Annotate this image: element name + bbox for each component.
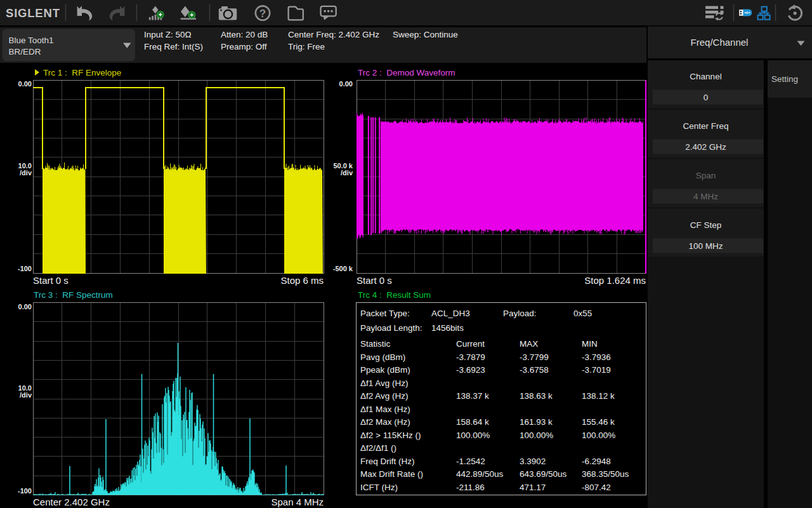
svg-text:138.12 k: 138.12 k (582, 391, 615, 401)
svg-text:158.64 k: 158.64 k (456, 417, 489, 427)
svg-text:100.00%: 100.00% (520, 431, 553, 440)
svg-text:Δf2 > 115KHz (): Δf2 > 115KHz () (360, 431, 421, 440)
svg-text:Atten: 20 dB: Atten: 20 dB (221, 30, 268, 39)
svg-text:Stop 6 ms: Stop 6 ms (280, 275, 324, 286)
svg-text:Span: Span (696, 171, 716, 180)
svg-text:100 MHz: 100 MHz (688, 241, 723, 251)
svg-text:138.37 k: 138.37 k (456, 391, 489, 401)
svg-text:/div: /div (20, 169, 32, 177)
svg-text:Statistic: Statistic (360, 339, 391, 349)
svg-text:-1.2542: -1.2542 (456, 457, 485, 466)
svg-text:-807.42: -807.42 (582, 483, 611, 492)
svg-text:-6.2948: -6.2948 (582, 457, 611, 466)
svg-text:Ppeak (dBm): Ppeak (dBm) (360, 365, 410, 375)
svg-text:Δf1 Max (Hz): Δf1 Max (Hz) (360, 404, 410, 414)
svg-text:138.63 k: 138.63 k (520, 391, 553, 401)
svg-text:161.93 k: 161.93 k (520, 417, 553, 427)
svg-text:Span 4 MHz: Span 4 MHz (271, 497, 324, 507)
svg-text:Start 0 s: Start 0 s (357, 275, 392, 286)
svg-text:Freq Drift (Hz): Freq Drift (Hz) (360, 457, 415, 466)
svg-text:Input Z: 50Ω: Input Z: 50Ω (144, 30, 192, 39)
svg-text:Center 2.402 GHz: Center 2.402 GHz (33, 497, 110, 507)
svg-text:Pavg (dBm): Pavg (dBm) (360, 352, 405, 362)
svg-text:Payload:: Payload: (503, 309, 537, 318)
svg-text:Trc 1 : RF Envelope: Trc 1 : RF Envelope (43, 68, 121, 77)
svg-text:Center Freq: 2.402 GHz: Center Freq: 2.402 GHz (288, 30, 379, 39)
svg-text:-3.7799: -3.7799 (520, 352, 549, 362)
svg-text:Δf2 Avg (Hz): Δf2 Avg (Hz) (360, 391, 409, 401)
svg-text:442.89/50us: 442.89/50us (456, 469, 504, 479)
svg-text:Channel: Channel (690, 72, 721, 81)
svg-text:0.00: 0.00 (18, 303, 32, 311)
svg-text:-500 k: -500 k (333, 265, 353, 272)
svg-text:Packet Type:: Packet Type: (360, 309, 410, 318)
svg-text:2.402 GHz: 2.402 GHz (685, 142, 726, 152)
svg-text:Δf2 Max (Hz): Δf2 Max (Hz) (360, 417, 410, 427)
svg-text:100.00%: 100.00% (456, 431, 490, 440)
svg-text:Payload Length:: Payload Length: (360, 323, 422, 333)
svg-text:/div: /div (341, 169, 353, 177)
svg-text:Blue Tooth1: Blue Tooth1 (9, 36, 54, 45)
svg-text:Max Drift Rate (): Max Drift Rate () (360, 469, 423, 479)
svg-text:3.3902: 3.3902 (520, 457, 546, 466)
svg-text:0x55: 0x55 (573, 309, 592, 318)
svg-text:0.00: 0.00 (339, 80, 353, 88)
svg-text:1456bits: 1456bits (431, 323, 464, 333)
svg-text:ACL_DH3: ACL_DH3 (431, 309, 470, 318)
svg-text:Preamp: Off: Preamp: Off (221, 42, 267, 51)
svg-text:-3.6923: -3.6923 (456, 365, 485, 375)
svg-text:Trig: Free: Trig: Free (288, 42, 325, 51)
svg-text:MAX: MAX (520, 339, 538, 349)
svg-text:-100: -100 (18, 487, 32, 495)
svg-text:100.00%: 100.00% (582, 431, 615, 440)
svg-text:Start 0 s: Start 0 s (33, 275, 69, 286)
svg-text:MIN: MIN (582, 339, 598, 349)
svg-text:Center Freq: Center Freq (683, 121, 728, 131)
svg-text:Δf1 Avg (Hz): Δf1 Avg (Hz) (360, 378, 409, 388)
svg-text:/div: /div (20, 391, 32, 399)
svg-text:Stop 1.624 ms: Stop 1.624 ms (584, 275, 646, 286)
svg-text:BR/EDR: BR/EDR (9, 47, 41, 57)
svg-text:-3.7019: -3.7019 (582, 365, 611, 375)
svg-text:Δf2/Δf1 (): Δf2/Δf1 () (360, 443, 396, 453)
svg-text:Sweep: Continue: Sweep: Continue (393, 30, 458, 39)
svg-text:Trc 4 : Result Sum: Trc 4 : Result Sum (358, 290, 431, 300)
svg-text:SIGLENT: SIGLENT (6, 6, 60, 20)
svg-text:0: 0 (704, 93, 709, 102)
svg-text:368.35/50us: 368.35/50us (582, 469, 629, 479)
svg-text:ICFT (Hz): ICFT (Hz) (360, 483, 398, 492)
svg-text:Freq Ref: Int(S): Freq Ref: Int(S) (144, 42, 203, 51)
svg-text:-3.7936: -3.7936 (582, 352, 611, 362)
svg-text:Setting: Setting (771, 74, 798, 84)
svg-text:471.17: 471.17 (520, 483, 546, 492)
svg-text:Trc 2 : Demod Waveform: Trc 2 : Demod Waveform (358, 68, 455, 77)
svg-text:CF Step: CF Step (690, 220, 722, 230)
svg-text:-100: -100 (18, 265, 32, 272)
svg-text:-211.86: -211.86 (456, 483, 485, 492)
svg-text:Freq/Channel: Freq/Channel (691, 37, 749, 48)
svg-text:?: ? (259, 8, 266, 20)
svg-text:-3.7879: -3.7879 (456, 352, 485, 362)
svg-text:Trc 3 : RF Spectrum: Trc 3 : RF Spectrum (34, 290, 113, 300)
svg-text:4 MHz: 4 MHz (693, 192, 718, 201)
svg-text:0.00: 0.00 (18, 80, 32, 88)
svg-text:643.69/50us: 643.69/50us (520, 469, 567, 479)
svg-text:155.46 k: 155.46 k (582, 417, 615, 427)
svg-text:-3.6758: -3.6758 (520, 365, 549, 375)
svg-text:Current: Current (456, 339, 485, 349)
